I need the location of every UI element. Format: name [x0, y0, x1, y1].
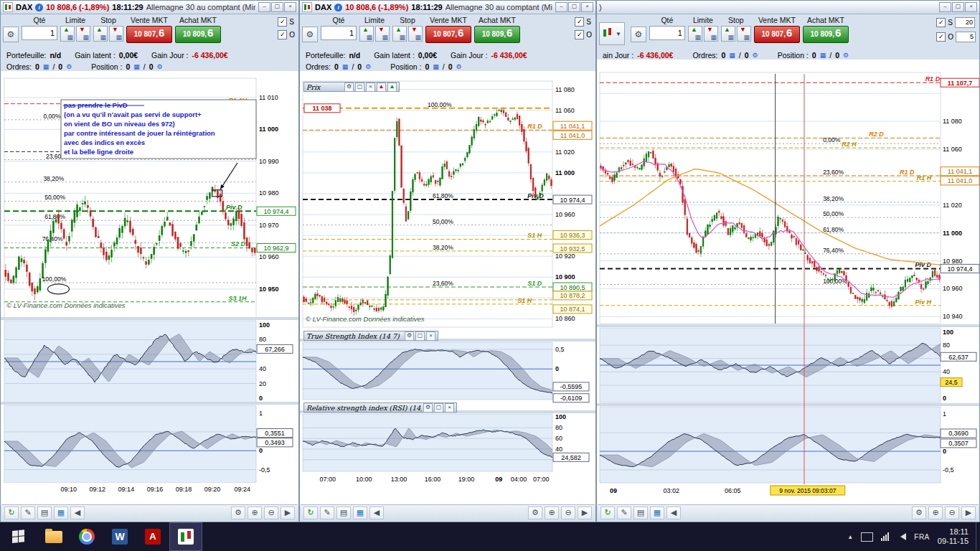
position-list-icon[interactable]: ▦: [133, 63, 140, 70]
info-icon[interactable]: i: [334, 4, 342, 11]
order-settings-button[interactable]: ⚙: [302, 27, 318, 42]
tray-expand-icon[interactable]: ▲: [847, 534, 853, 540]
buy-limit-button[interactable]: ▲▦: [359, 26, 374, 42]
orders-settings-icon[interactable]: ⚙: [66, 63, 72, 70]
close-icon[interactable]: ×: [366, 83, 375, 92]
tsi-pane-header[interactable]: True Strength Index (14 7) ⚙ ▢ ×: [303, 331, 438, 341]
orders-settings-icon[interactable]: ⚙: [365, 63, 371, 70]
wrench-icon[interactable]: ⚙: [423, 403, 433, 413]
pdf-icon[interactable]: A: [136, 522, 169, 551]
sell-stop-button[interactable]: ▼▦: [408, 26, 423, 42]
window-icon[interactable]: ▢: [434, 403, 443, 413]
file-explorer-icon[interactable]: [37, 522, 70, 551]
refresh-icon[interactable]: ↻: [4, 507, 19, 519]
chrome-icon[interactable]: [70, 522, 103, 551]
show-desktop-button[interactable]: [976, 522, 980, 551]
minimize-button[interactable]: –: [555, 2, 567, 12]
add-pane-icon[interactable]: ▲: [387, 83, 397, 92]
qty-input[interactable]: [321, 26, 357, 40]
chart-type-button[interactable]: [601, 27, 614, 40]
network-icon[interactable]: [881, 532, 889, 541]
o-checkbox[interactable]: ✓: [278, 30, 287, 39]
orders-settings-icon[interactable]: ⚙: [753, 52, 758, 59]
order-settings-button[interactable]: ⚙: [3, 27, 19, 42]
order-settings-button[interactable]: ⚙: [631, 27, 646, 42]
o-flag[interactable]: ✓O: [278, 30, 295, 39]
print-icon[interactable]: ▤: [37, 507, 52, 519]
s-checkbox[interactable]: ✓: [936, 18, 946, 27]
start-button[interactable]: [0, 522, 37, 551]
position-settings-icon[interactable]: ⚙: [456, 63, 462, 70]
wrench-icon[interactable]: ⚙: [405, 331, 414, 341]
position-list-icon[interactable]: ▦: [820, 52, 826, 59]
zoom-out-icon[interactable]: ⊖: [561, 507, 575, 519]
trading-window-1[interactable]: DAX i 10 808,6 (-1,89%) 18:11:29 Allemag…: [0, 0, 299, 522]
print-icon[interactable]: ▤: [336, 507, 351, 519]
buy-market-button[interactable]: 10 809,6: [175, 26, 221, 43]
orders-list-icon[interactable]: ▦: [729, 52, 735, 59]
close-icon[interactable]: ×: [445, 403, 454, 413]
maximize-button[interactable]: ▢: [952, 2, 964, 12]
position-list-icon[interactable]: ▦: [433, 63, 439, 70]
close-button[interactable]: ×: [284, 2, 296, 12]
trading-window-2[interactable]: DAX i 10 808,6 (-1,89%) 18:11:29 Allemag…: [299, 0, 596, 522]
scroll-left-icon[interactable]: ◀: [369, 507, 384, 519]
scroll-left-icon[interactable]: ◀: [666, 507, 681, 519]
zoom-out-icon[interactable]: ⊖: [945, 507, 959, 519]
s-flag[interactable]: ✓S: [278, 17, 295, 27]
buy-market-button[interactable]: 10 809,6: [803, 26, 849, 43]
o-flag[interactable]: ✓O5: [936, 32, 976, 42]
draw-icon[interactable]: ✎: [21, 507, 35, 519]
window-icon[interactable]: ▢: [415, 331, 425, 341]
close-icon[interactable]: ×: [426, 331, 435, 341]
s-checkbox[interactable]: ✓: [575, 17, 584, 27]
scroll-right-icon[interactable]: ▶: [961, 507, 976, 519]
move-pane-up-icon[interactable]: ▲: [377, 83, 386, 92]
sell-market-button[interactable]: 10 807,6: [754, 26, 800, 43]
price-chart-1[interactable]: R1 1H0,00%Piv 1H23,60%38,20%50,00%Piv D6…: [1, 71, 298, 506]
zoom-in-icon[interactable]: ⊕: [545, 507, 559, 519]
word-icon[interactable]: W: [103, 522, 136, 551]
price-chart-2[interactable]: 100,00%R1 D61,80%Piv D50,00%S1 H38,20%23…: [300, 71, 595, 506]
s-flag[interactable]: ✓S20: [936, 17, 976, 28]
window-titlebar[interactable]: DAX i 10 808,6 (-1,89%) 18:11:29 Allemag…: [1, 1, 298, 14]
refresh-icon[interactable]: ↻: [303, 507, 318, 519]
position-settings-icon[interactable]: ⚙: [157, 63, 163, 70]
trading-window-3[interactable]: ) – ▢ × ▼ ⚙ Qté Limite ▲▦ ▼▦: [596, 0, 980, 522]
scroll-right-icon[interactable]: ▶: [281, 507, 295, 519]
price-chart-3[interactable]: R1 DR2 D0,00%R2 H23,60%R1 DR1 H38,20%50,…: [597, 60, 979, 506]
language-indicator[interactable]: FRA: [914, 533, 930, 541]
buy-stop-button[interactable]: ▲▦: [93, 26, 108, 42]
qty-box-top[interactable]: 20: [955, 17, 975, 28]
maximize-button[interactable]: ▢: [568, 2, 580, 12]
chart-settings-icon[interactable]: ⚙: [912, 507, 926, 519]
draw-icon[interactable]: ✎: [320, 507, 334, 519]
buy-market-button[interactable]: 10 809,6: [474, 26, 520, 43]
taskbar-clock[interactable]: 18:11 09-11-15: [938, 527, 969, 546]
buy-limit-button[interactable]: ▲▦: [688, 26, 702, 42]
s-checkbox[interactable]: ✓: [278, 17, 287, 27]
display-icon[interactable]: [861, 532, 873, 542]
chart-type-dropdown[interactable]: ▼: [614, 31, 623, 37]
orders-list-icon[interactable]: ▦: [342, 63, 349, 70]
sell-limit-button[interactable]: ▼▦: [375, 26, 390, 42]
close-button[interactable]: ×: [581, 2, 593, 12]
sell-market-button[interactable]: 10 807,6: [425, 26, 471, 43]
s-flag[interactable]: ✓S: [575, 17, 592, 27]
table-icon[interactable]: ▦: [353, 507, 367, 519]
zoom-in-icon[interactable]: ⊕: [248, 507, 262, 519]
wrench-icon[interactable]: ⚙: [344, 83, 354, 92]
minimize-button[interactable]: –: [939, 2, 951, 12]
price-pane-header[interactable]: Prix ⚙ ▢ × ▲ ▲: [303, 82, 400, 92]
rsi-pane-header[interactable]: Relative strength index (RSI) (14) ⚙ ▢ ×: [303, 402, 457, 413]
table-icon[interactable]: ▦: [54, 507, 68, 519]
buy-stop-button[interactable]: ▲▦: [721, 26, 735, 42]
o-flag[interactable]: ✓O: [575, 30, 592, 39]
draw-icon[interactable]: ✎: [617, 507, 631, 519]
window-titlebar[interactable]: DAX i 10 808,6 (-1,89%) 18:11:29 Allemag…: [300, 1, 595, 14]
o-checkbox[interactable]: ✓: [575, 30, 584, 39]
buy-limit-button[interactable]: ▲▦: [60, 26, 75, 42]
scroll-right-icon[interactable]: ▶: [578, 507, 592, 519]
qty-box-bottom[interactable]: 5: [956, 32, 976, 42]
sell-limit-button[interactable]: ▼▦: [704, 26, 718, 42]
